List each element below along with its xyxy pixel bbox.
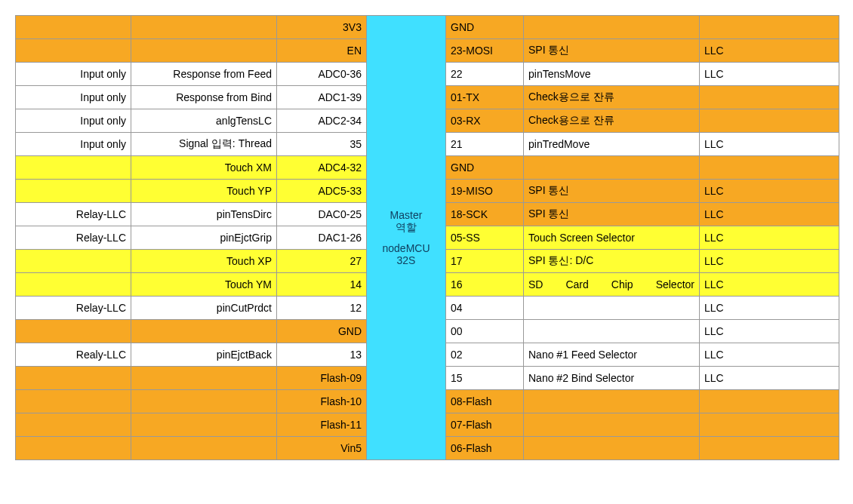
right-cell-2 — [700, 109, 839, 133]
left-cell-2: ADC1-39 — [277, 86, 367, 109]
left-cell-1: pinEjctGrip — [131, 226, 277, 250]
left-cell-1 — [131, 16, 277, 39]
left-cell-1: Response from Feed — [131, 63, 277, 86]
left-cell-2: Flash-11 — [277, 413, 367, 437]
left-cell-1: Touch YP — [131, 180, 277, 203]
right-cell-0: 07-Flash — [446, 413, 524, 437]
left-cell-2: 27 — [277, 250, 367, 273]
left-cell-1: Signal 입력: Thread — [131, 133, 277, 156]
left-cell-2: Flash-10 — [277, 390, 367, 413]
right-cell-0: 16 — [446, 273, 524, 297]
left-cell-1 — [131, 39, 277, 63]
right-cell-1: SPI 통신 — [524, 39, 700, 63]
left-cell-0: Input only — [16, 86, 131, 109]
right-cell-0: 17 — [446, 250, 524, 273]
left-cell-1 — [131, 320, 277, 343]
left-cell-2: 3V3 — [277, 16, 367, 39]
right-cell-1: Touch Screen Selector — [524, 226, 700, 250]
left-cell-0 — [16, 273, 131, 297]
left-cell-2: 14 — [277, 273, 367, 297]
right-cell-2 — [700, 16, 839, 39]
right-cell-1 — [524, 390, 700, 413]
right-cell-2 — [700, 156, 839, 180]
right-cell-0: GND — [446, 156, 524, 180]
right-cell-1: Nano #2 Bind Selector — [524, 367, 700, 390]
right-cell-0: 21 — [446, 133, 524, 156]
left-cell-0: Relay-LLC — [16, 203, 131, 226]
left-cell-0 — [16, 39, 131, 63]
right-cell-2: LLC — [700, 343, 839, 367]
left-cell-1: Touch YM — [131, 273, 277, 297]
right-cell-0: GND — [446, 16, 524, 39]
left-cell-1: anlgTensLC — [131, 109, 277, 133]
left-cell-1 — [131, 390, 277, 413]
table-row: 3V3Master역할nodeMCU32SGND — [16, 16, 839, 39]
left-cell-0 — [16, 156, 131, 180]
left-cell-0 — [16, 250, 131, 273]
left-cell-0 — [16, 180, 131, 203]
center-label-3: 32S — [371, 254, 441, 266]
center-mcu-cell: Master역할nodeMCU32S — [367, 16, 446, 460]
left-cell-0: Realy-LLC — [16, 343, 131, 367]
left-cell-0 — [16, 320, 131, 343]
right-cell-2: LLC — [700, 63, 839, 86]
right-cell-2: LLC — [700, 133, 839, 156]
left-cell-0 — [16, 413, 131, 437]
left-cell-0: Input only — [16, 63, 131, 86]
right-cell-1 — [524, 320, 700, 343]
right-cell-2: LLC — [700, 226, 839, 250]
left-cell-2: Vin5 — [277, 437, 367, 460]
left-cell-2: ADC5-33 — [277, 180, 367, 203]
right-cell-2 — [700, 390, 839, 413]
right-cell-1: SPI 통신 — [524, 180, 700, 203]
left-cell-2: EN — [277, 39, 367, 63]
left-cell-0 — [16, 390, 131, 413]
center-label-2: nodeMCU — [371, 242, 441, 254]
right-cell-1 — [524, 156, 700, 180]
left-cell-0: Relay-LLC — [16, 226, 131, 250]
pinout-table: 3V3Master역할nodeMCU32SGNDEN23-MOSISPI 통신L… — [15, 15, 839, 460]
left-cell-0: Input only — [16, 133, 131, 156]
left-cell-2: 35 — [277, 133, 367, 156]
right-cell-0: 08-Flash — [446, 390, 524, 413]
right-cell-0: 19-MISO — [446, 180, 524, 203]
left-cell-2: ADC2-34 — [277, 109, 367, 133]
right-cell-2: LLC — [700, 180, 839, 203]
left-cell-0: Input only — [16, 109, 131, 133]
right-cell-0: 15 — [446, 367, 524, 390]
left-cell-2: DAC0-25 — [277, 203, 367, 226]
right-cell-2 — [700, 86, 839, 109]
left-cell-0 — [16, 367, 131, 390]
left-cell-0: Relay-LLC — [16, 297, 131, 320]
right-cell-0: 02 — [446, 343, 524, 367]
right-cell-2: LLC — [700, 39, 839, 63]
right-cell-0: 18-SCK — [446, 203, 524, 226]
left-cell-1: pinEjctBack — [131, 343, 277, 367]
right-cell-2: LLC — [700, 203, 839, 226]
right-cell-0: 06-Flash — [446, 437, 524, 460]
left-cell-1 — [131, 437, 277, 460]
right-cell-1 — [524, 413, 700, 437]
left-cell-1: Touch XM — [131, 156, 277, 180]
right-cell-2: LLC — [700, 250, 839, 273]
right-cell-0: 23-MOSI — [446, 39, 524, 63]
left-cell-2: ADC4-32 — [277, 156, 367, 180]
left-cell-1 — [131, 367, 277, 390]
right-cell-2: LLC — [700, 367, 839, 390]
left-cell-0 — [16, 437, 131, 460]
left-cell-2: Flash-09 — [277, 367, 367, 390]
right-cell-1: Check용으로 잔류 — [524, 109, 700, 133]
right-cell-1: SPI 통신: D/C — [524, 250, 700, 273]
left-cell-1 — [131, 413, 277, 437]
left-cell-1: pinTensDirc — [131, 203, 277, 226]
left-cell-2: 12 — [277, 297, 367, 320]
right-cell-0: 01-TX — [446, 86, 524, 109]
right-cell-2 — [700, 437, 839, 460]
right-cell-1: pinTredMove — [524, 133, 700, 156]
right-cell-0: 03-RX — [446, 109, 524, 133]
right-cell-0: 22 — [446, 63, 524, 86]
right-cell-2: LLC — [700, 273, 839, 297]
right-cell-0: 05-SS — [446, 226, 524, 250]
left-cell-1: Touch XP — [131, 250, 277, 273]
right-cell-1 — [524, 437, 700, 460]
